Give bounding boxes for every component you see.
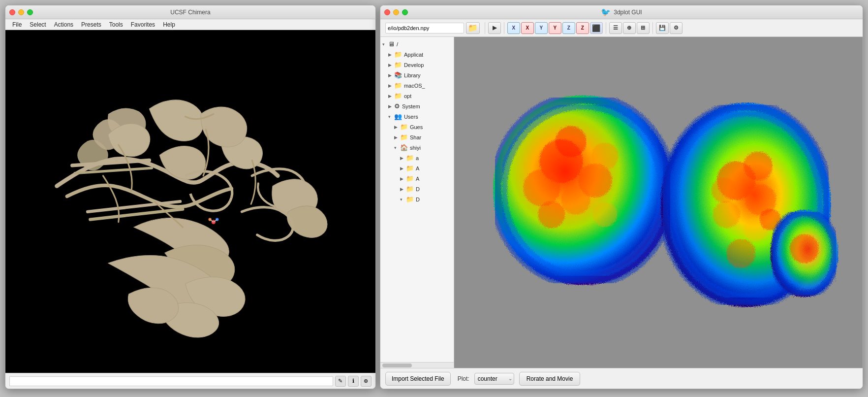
axis-z1-btn[interactable]: Z: [562, 22, 575, 34]
rotate-movie-button[interactable]: Rorate and Movie: [519, 372, 581, 386]
tree-arrow-shiyi: ▾: [394, 145, 400, 150]
density-map: [454, 37, 863, 368]
close-button[interactable]: [9, 9, 15, 15]
menu-tools[interactable]: Tools: [106, 20, 126, 29]
tree-item-a3[interactable]: ▶ 📁 A: [380, 173, 454, 184]
chimera-window: UCSF Chimera File Select Actions Presets…: [5, 5, 376, 389]
tree-arrow-a1: ▶: [400, 156, 406, 161]
tree-icon-a2: 📁: [406, 165, 414, 172]
tree-arrow-a3: ▶: [400, 176, 406, 181]
tree-item-macos[interactable]: ▶ 📁 macOS_: [380, 80, 454, 91]
tree-arrow-system: ▶: [388, 104, 394, 109]
plot-toolbar: 📁 ▶ X X Y Y Z Z ⬛ ☰ ⊕ ⊞ 💾 ⚙: [380, 19, 863, 37]
tree-item-a1[interactable]: ▶ 📁 a: [380, 153, 454, 163]
tree-label-a2: A: [416, 165, 419, 171]
svg-point-26: [744, 151, 773, 180]
tree-item-guest[interactable]: ▶ 📁 Gues: [380, 122, 454, 132]
layout-btn[interactable]: ⊞: [637, 22, 650, 34]
tree-label-shared: Shar: [410, 134, 421, 140]
tree-label-d2: D: [416, 197, 420, 202]
navigate-btn[interactable]: ▶: [488, 22, 501, 34]
tree-icon-library: 📚: [394, 71, 402, 79]
axis-x2-btn[interactable]: X: [521, 22, 534, 34]
tree-icon-users: 👥: [394, 113, 402, 120]
info-icon-btn[interactable]: ℹ: [348, 376, 359, 387]
plot-window-controls: [384, 9, 408, 15]
tree-label-develop: Develop: [404, 62, 424, 68]
file-browser: ▾ 🖥 / ▶ 📁 Applicat ▶ 📁 Develop ▶ 📚: [380, 37, 454, 368]
axis-y2-btn[interactable]: Y: [549, 22, 561, 34]
tree-icon-shared: 📁: [400, 133, 408, 141]
crosshair-btn[interactable]: ⊕: [623, 22, 636, 34]
tree-icon-d2: 📁: [406, 196, 414, 203]
menu-presets[interactable]: Presets: [78, 20, 104, 29]
command-input[interactable]: [9, 376, 333, 386]
toolbar-sep-4: [652, 22, 653, 34]
tree-item-develop[interactable]: ▶ 📁 Develop: [380, 60, 454, 70]
plot-maximize-button[interactable]: [402, 9, 408, 15]
plot-content: ▾ 🖥 / ▶ 📁 Applicat ▶ 📁 Develop ▶ 📚: [380, 37, 863, 368]
axis-z2-btn[interactable]: Z: [576, 22, 589, 34]
tree-item-applicat[interactable]: ▶ 📁 Applicat: [380, 49, 454, 60]
chimera-statusbar: ✎ ℹ ⊕: [5, 373, 375, 389]
tree-label-guest: Gues: [410, 124, 423, 130]
cursor-icon-btn[interactable]: ⊕: [361, 376, 372, 387]
svg-point-15: [523, 169, 560, 206]
chimera-viewport[interactable]: [5, 30, 375, 373]
tree-item-d2[interactable]: ▾ 📁 D: [380, 194, 454, 204]
plot-type-select[interactable]: counter scatter surface histogram: [474, 373, 514, 385]
file-hscrollbar[interactable]: [380, 362, 454, 368]
menu-favorites[interactable]: Favorites: [128, 20, 158, 29]
svg-point-21: [713, 201, 740, 228]
svg-point-13: [555, 126, 586, 157]
menu-help[interactable]: Help: [160, 20, 178, 29]
axis-btn-group: X X Y Y Z Z: [507, 22, 589, 34]
tree-icon-macos: 📁: [394, 82, 402, 89]
tree-item-users[interactable]: ▾ 👥 Users: [380, 111, 454, 122]
tree-item-opt[interactable]: ▶ 📁 opt: [380, 91, 454, 101]
tree-icon-root: 🖥: [388, 40, 395, 48]
axis-x1-btn[interactable]: X: [507, 22, 520, 34]
svg-point-30: [790, 234, 819, 263]
toolbar-sep-2: [504, 22, 504, 34]
menu-file[interactable]: File: [9, 20, 25, 29]
tree-arrow-develop: ▶: [388, 63, 394, 67]
save-btn[interactable]: 💾: [656, 22, 669, 34]
plot-minimize-button[interactable]: [393, 9, 399, 15]
tree-icon-d1: 📁: [406, 185, 414, 193]
file-tree[interactable]: ▾ 🖥 / ▶ 📁 Applicat ▶ 📁 Develop ▶ 📚: [380, 37, 454, 362]
cube-btn[interactable]: ⬛: [590, 22, 603, 34]
axis-y1-btn[interactable]: Y: [535, 22, 548, 34]
tree-icon-opt: 📁: [394, 92, 402, 99]
tree-label-shiyi: shiyi: [410, 145, 421, 151]
tree-item-library[interactable]: ▶ 📚 Library: [380, 70, 454, 80]
settings-btn[interactable]: ⚙: [670, 22, 682, 34]
tree-item-shared[interactable]: ▶ 📁 Shar: [380, 132, 454, 142]
tree-label-opt: opt: [404, 93, 411, 99]
tree-item-d1[interactable]: ▶ 📁 D: [380, 184, 454, 194]
tree-label-macos: macOS_: [404, 83, 425, 89]
status-icons: ✎ ℹ ⊕: [335, 376, 372, 387]
import-selected-file-button[interactable]: Import Selected File: [385, 372, 451, 386]
tree-item-shiyi[interactable]: ▾ 🏠 shiyi: [380, 142, 454, 153]
tree-item-a2[interactable]: ▶ 📁 A: [380, 163, 454, 173]
plot-close-button[interactable]: [384, 9, 390, 15]
plot-area[interactable]: [454, 37, 863, 368]
tree-item-system[interactable]: ▶ ⚙ System: [380, 101, 454, 111]
menu-select[interactable]: Select: [27, 20, 49, 29]
edit-icon-btn[interactable]: ✎: [335, 376, 346, 387]
maximize-button[interactable]: [27, 9, 33, 15]
path-bar: 📁: [383, 21, 482, 35]
path-input[interactable]: [385, 23, 464, 33]
window-controls: [9, 9, 33, 15]
menu-actions[interactable]: Actions: [51, 20, 76, 29]
tree-icon-a3: 📁: [406, 175, 414, 182]
tree-item-root[interactable]: ▾ 🖥 /: [380, 39, 454, 49]
tree-arrow-library: ▶: [388, 73, 394, 78]
folder-browse-button[interactable]: 📁: [466, 22, 480, 34]
minimize-button[interactable]: [18, 9, 24, 15]
file-hscrollbar-thumb[interactable]: [382, 364, 412, 367]
grid-btn[interactable]: ☰: [609, 22, 622, 34]
toolbar-sep-3: [606, 22, 606, 34]
tree-icon-system: ⚙: [394, 102, 400, 110]
